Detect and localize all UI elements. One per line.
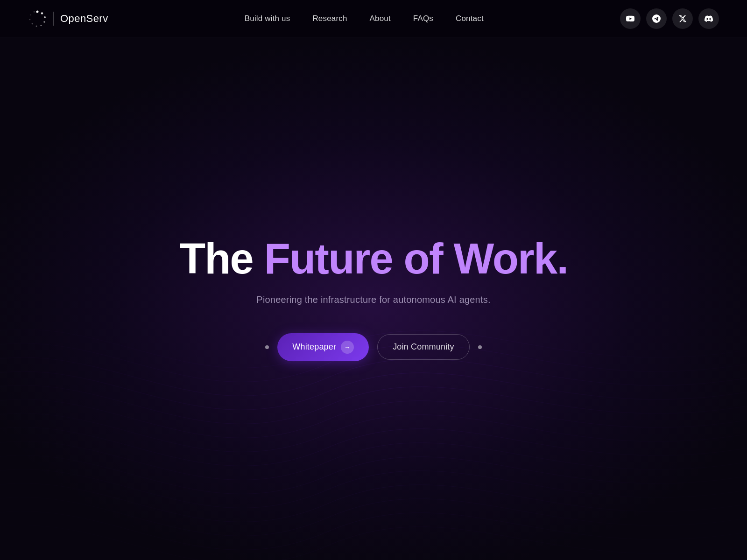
- svg-point-6: [32, 23, 33, 24]
- svg-point-0: [36, 10, 39, 13]
- logo-icon: [28, 9, 47, 28]
- nav-link-research[interactable]: Research: [312, 14, 347, 23]
- hero-title-work: Work.: [453, 235, 568, 282]
- nav-link-contact[interactable]: Contact: [456, 14, 484, 23]
- hero-title-the: The: [179, 235, 264, 282]
- discord-icon: [705, 14, 713, 23]
- nav-brand-divider: [53, 12, 54, 26]
- svg-point-8: [30, 14, 31, 15]
- brand-name: OpenServ: [60, 13, 108, 25]
- line-segment-left: [131, 347, 261, 347]
- twitter-button[interactable]: [672, 8, 693, 29]
- hero-title-future: Future of: [264, 235, 454, 282]
- telegram-button[interactable]: [646, 8, 667, 29]
- svg-point-3: [43, 21, 45, 23]
- telegram-icon: [652, 14, 661, 23]
- nav-item-contact[interactable]: Contact: [456, 14, 484, 23]
- svg-point-1: [41, 12, 43, 14]
- hero-section: The Future of Work. Pioneering the infra…: [0, 37, 747, 560]
- svg-point-2: [44, 16, 46, 18]
- join-community-button[interactable]: Join Community: [377, 334, 470, 360]
- whitepaper-button[interactable]: Whitepaper →: [277, 333, 369, 361]
- community-label: Join Community: [393, 342, 454, 352]
- nav-links: Build with us Research About FAQs Contac…: [245, 14, 484, 23]
- line-dot-left: [265, 345, 269, 349]
- whitepaper-arrow: →: [341, 341, 354, 354]
- line-dot-right: [478, 345, 482, 349]
- line-segment-right: [486, 347, 616, 347]
- youtube-icon: [626, 14, 634, 23]
- svg-point-5: [36, 25, 37, 27]
- svg-point-7: [29, 19, 31, 20]
- hero-title: The Future of Work.: [179, 236, 568, 281]
- line-left: [131, 345, 269, 349]
- discord-button[interactable]: [698, 8, 719, 29]
- navbar: OpenServ Build with us Research About FA…: [0, 0, 747, 37]
- nav-link-faqs[interactable]: FAQs: [413, 14, 433, 23]
- nav-social: [620, 8, 719, 29]
- nav-item-faqs[interactable]: FAQs: [413, 14, 433, 23]
- hero-subtitle: Pioneering the infrastructure for autono…: [256, 294, 490, 305]
- svg-point-9: [34, 11, 35, 12]
- nav-item-research[interactable]: Research: [312, 14, 347, 23]
- nav-brand: OpenServ: [28, 9, 108, 28]
- hero-buttons: Whitepaper → Join Community: [131, 333, 616, 361]
- nav-link-about[interactable]: About: [370, 14, 391, 23]
- twitter-icon: [678, 14, 687, 23]
- svg-point-4: [40, 24, 42, 26]
- nav-item-about[interactable]: About: [370, 14, 391, 23]
- whitepaper-label: Whitepaper: [292, 342, 336, 352]
- nav-link-build[interactable]: Build with us: [245, 14, 290, 23]
- nav-item-build[interactable]: Build with us: [245, 14, 290, 23]
- line-right: [478, 345, 616, 349]
- youtube-button[interactable]: [620, 8, 641, 29]
